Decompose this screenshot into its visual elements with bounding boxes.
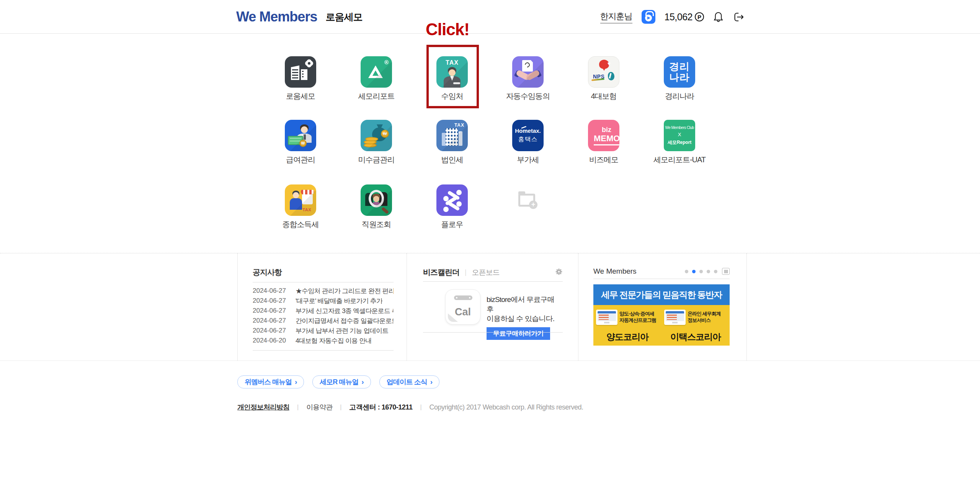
bizstore-bag-icon[interactable] [642,10,655,24]
app-jonghapsodeukse[interactable]: TAX 종합소득세 [270,184,331,229]
hometax-icon: Hometax.홈택스 [512,120,544,151]
income-tax-icon: TAX [285,184,316,216]
banner-headline: 세무 전문가들의 믿음직한 동반자 [601,289,722,301]
update-news-button[interactable]: 업데이트 소식› [379,375,439,388]
carousel-dot[interactable] [707,270,710,273]
app-4insurance[interactable]: NPS 4대보험 [573,56,634,101]
bizcalendar-tabs: 비즈캘린더 | 오픈보드 [423,267,563,277]
salary-icon: ₩ [285,120,316,151]
app-misugeum[interactable]: ₩ 미수금관리 [346,120,407,164]
app-jikwonjohoe[interactable]: 직원조회 [346,184,407,229]
header-right: 한지훈님 15,062 P [600,0,745,34]
app-semoreport[interactable]: ® 세모리포트 [346,56,407,101]
notice-panel: 공지사항 2024-06-27★수임처 관리가 그리드로 완전 편리!★ 202… [253,267,394,351]
footer-divider [0,361,980,361]
logout-button[interactable] [733,12,745,22]
panel-divider [746,253,747,361]
logout-icon [733,12,745,22]
app-salary[interactable]: ₩ 급여관리 [270,120,331,164]
carousel-dot[interactable] [714,270,717,273]
calendar-app-icon: Cal [445,289,480,325]
play-icon [647,16,650,20]
carousel-pause-button[interactable] [722,268,730,275]
notice-title: 공지사항 [253,267,394,277]
gear-icon [555,268,563,276]
section-divider-dotted [0,253,980,253]
banner-panel: We Members 세무 전문가들의 믿음직한 동반자 양도·상속·증여세자동… [593,267,730,279]
settings-button[interactable] [555,268,563,277]
moneybag-icon: ₩ [361,120,392,151]
app-flow[interactable]: 플로우 [421,184,483,229]
add-folder-icon: + [512,184,544,216]
notice-item[interactable]: 2024-06-27부가세 신고자료 3종 엑셀다운로드 추가 [253,306,394,316]
chevron-right-icon: › [361,378,363,386]
notice-item[interactable]: 2024-06-27간이지급명세서 접수증 일괄다운로드 기능 … [253,316,394,326]
bizstore-description: bizStore에서 무료구매 후 이용하실 수 있습니다. [487,295,563,323]
semoreport-uat-icon: We Members ClubX세모Report [664,120,695,151]
app-bizmemo[interactable]: bizMEMO 비즈메모 [573,120,634,164]
free-purchase-button[interactable]: 무료구매하러가기 [487,327,550,340]
notifications-button[interactable] [713,11,724,23]
panel-divider [237,253,238,361]
semoreport-icon: ® [361,56,392,88]
flow-icon [436,184,468,216]
points-badge[interactable]: 15,062 P [665,11,704,23]
bizcalendar-panel: 비즈캘린더 | 오픈보드 Cal bizStore에서 무료구매 후 이용하실 … [423,267,563,336]
monitor-graphic [596,310,617,325]
app-semoreport-uat[interactable]: We Members ClubX세모Report 세모리포트-UAT [649,120,710,164]
roumsemo-icon [285,56,316,88]
tab-openboard[interactable]: 오픈보드 [472,268,500,277]
banner-product: 온라인 세무회계정보서비스 이택스코리아 [662,305,730,346]
panel-divider [578,253,578,361]
nps-insurance-icon: NPS [588,56,619,88]
manual-buttons: 위멤버스 매뉴얼› 세모R 매뉴얼› 업데이트 소식› [237,375,439,388]
copyright: Copyright(c) 2017 Webcash corp. All Righ… [430,403,583,411]
corporate-tax-icon: TAX [436,120,468,151]
logo-link[interactable]: We Members 로움세모 [236,0,362,34]
app-autoconsent[interactable]: 자동수임동의 [497,56,559,101]
terms-link[interactable]: 이용약관 [306,403,332,412]
bizmemo-icon: bizMEMO [588,120,619,151]
bell-icon [713,11,724,23]
handshake-icon [512,56,544,88]
app-logo: We Members [236,9,317,25]
header: We Members 로움세모 한지훈님 15,062 P [0,0,980,34]
banner-title: We Members [593,267,637,276]
gear-icon [306,60,312,67]
point-unit-icon: P [695,12,704,21]
carousel-dot[interactable] [685,270,688,273]
chevron-right-icon: › [295,378,297,386]
user-name-link[interactable]: 한지훈님 [600,11,632,23]
notice-list: 2024-06-27★수임처 관리가 그리드로 완전 편리!★ 2024-06-… [253,286,394,346]
carousel-dots [685,270,717,273]
employee-search-icon [361,184,392,216]
customer-center: 고객센터 : 1670-1211 [349,403,412,412]
chevron-right-icon: › [430,378,432,386]
tab-bizcalendar[interactable]: 비즈캘린더 [423,267,459,277]
legal-footer: 개인정보처리방침 | 이용약관 | 고객센터 : 1670-1211 | Cop… [237,403,583,412]
app-roumsemo[interactable]: 로움세모 [270,56,331,101]
banner-product: 양도·상속·증여세자동계산프로그램 양도코리아 [593,305,662,346]
notice-item[interactable]: 2024-06-27'대구로' 배달매출 바로가기 추가 [253,296,394,306]
panel-divider [407,253,407,361]
semor-manual-button[interactable]: 세모R 매뉴얼› [312,375,371,388]
points-value: 15,062 [665,11,693,23]
notice-item[interactable]: 2024-06-27부가세 납부서 관련 기능 업데이트 [253,326,394,336]
gyeongrinara-icon: 경리나라 [664,56,695,88]
carousel-dot[interactable] [699,270,703,273]
notice-item[interactable]: 2024-06-204대보험 자동수집 이용 안내 [253,336,394,346]
ad-banner[interactable]: 세무 전문가들의 믿음직한 동반자 양도·상속·증여세자동계산프로그램 양도코리… [593,284,730,346]
page: We Members 로움세모 한지훈님 15,062 P Click! 로움세… [0,0,980,496]
service-name: 로움세모 [325,11,362,23]
click-annotation-label: Click! [426,20,469,39]
monitor-graphic [664,310,686,325]
click-annotation-box [426,45,479,108]
app-bugase[interactable]: Hometax.홈택스 부가세 [497,120,559,164]
notice-item[interactable]: 2024-06-27★수임처 관리가 그리드로 완전 편리!★ [253,286,394,296]
carousel-dot[interactable] [692,270,696,273]
privacy-policy-link[interactable]: 개인정보처리방침 [237,403,289,412]
wemembers-manual-button[interactable]: 위멤버스 매뉴얼› [237,375,304,388]
app-gyeongrinara[interactable]: 경리나라 경리나라 [649,56,710,101]
app-beopinse[interactable]: TAX 법인세 [421,120,483,164]
app-add[interactable]: + [497,184,559,216]
